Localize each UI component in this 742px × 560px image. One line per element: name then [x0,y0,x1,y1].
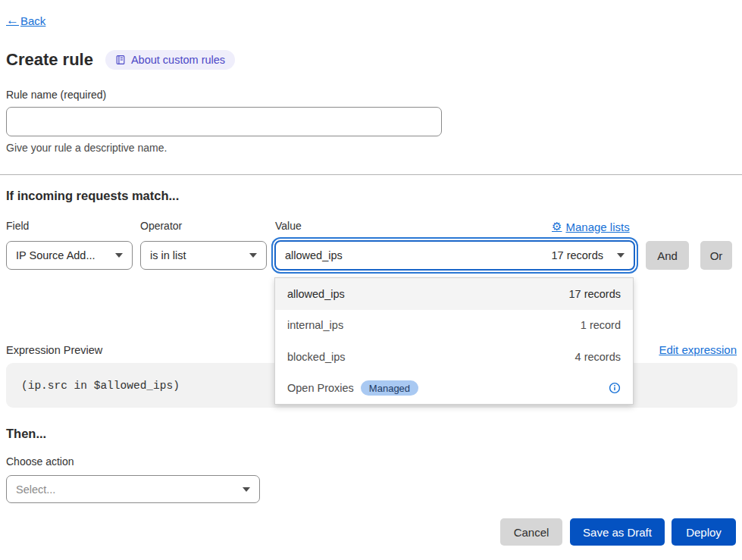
create-rule-page: ←Back Create rule About custom rules Rul… [0,0,742,560]
back-link[interactable]: ←Back [6,13,45,28]
value-select-records: 17 records [551,249,603,261]
operator-label: Operator [140,220,182,232]
operator-select-value: is in list [150,249,186,261]
field-select[interactable]: IP Source Add... [6,241,133,270]
about-custom-rules-link[interactable]: About custom rules [105,50,235,70]
book-icon [115,55,126,65]
manage-lists-link[interactable]: Manage lists [552,220,635,233]
rule-name-helper: Give your rule a descriptive name. [6,142,167,154]
cancel-button[interactable]: Cancel [500,518,562,546]
save-as-draft-button[interactable]: Save as Draft [570,518,665,546]
expression-code: (ip.src in $allowed_ips) [21,380,180,392]
expression-preview-label: Expression Preview [6,344,102,356]
managed-badge: Managed [361,380,418,396]
chevron-down-icon [115,253,123,258]
field-select-value: IP Source Add... [16,249,95,261]
value-select-value: allowed_ips [285,249,343,261]
list-option-name: blocked_ips [287,351,346,363]
value-select[interactable]: allowed_ips 17 records [274,240,635,271]
choose-action-label: Choose action [6,455,74,468]
about-badge-label: About custom rules [131,54,225,66]
action-select[interactable]: Select... [6,475,260,503]
chevron-down-icon [617,253,625,258]
chevron-down-icon [243,487,250,492]
list-option-open-proxies[interactable]: Open Proxies Managed [275,373,633,405]
list-option-internal-ips[interactable]: internal_ips 1 record [275,310,633,342]
back-arrow-icon: ← [6,13,19,28]
manage-lists-label: Manage lists [565,221,629,233]
edit-expression-link[interactable]: Edit expression [659,343,737,356]
list-dropdown: allowed_ips 17 records internal_ips 1 re… [274,277,634,405]
list-option-records: 4 records [575,351,621,363]
match-section-heading: If incoming requests match... [6,189,179,203]
field-label: Field [6,220,29,232]
list-option-blocked-ips[interactable]: blocked_ips 4 records [275,341,633,373]
back-label: Back [20,14,45,27]
rule-name-input[interactable] [6,107,442,136]
rule-name-label: Rule name (required) [6,89,106,101]
and-button[interactable]: And [646,241,689,270]
list-option-name: Open Proxies [287,382,354,394]
value-label: Value [275,220,302,232]
chevron-down-icon [249,253,257,258]
deploy-button[interactable]: Deploy [672,518,736,546]
list-option-name: allowed_ips [287,288,345,300]
section-divider [0,174,742,175]
action-select-placeholder: Select... [16,483,55,496]
list-option-allowed-ips[interactable]: allowed_ips 17 records [275,278,633,310]
operator-select[interactable]: is in list [140,241,267,270]
list-option-records: 17 records [568,288,621,300]
page-title: Create rule [6,50,93,70]
list-option-name: internal_ips [287,319,343,331]
gear-icon [552,220,562,233]
or-button[interactable]: Or [700,241,732,270]
list-option-records: 1 record [581,319,621,331]
title-row: Create rule About custom rules [6,50,235,70]
info-icon[interactable] [609,382,621,394]
then-section-heading: Then... [6,427,46,441]
